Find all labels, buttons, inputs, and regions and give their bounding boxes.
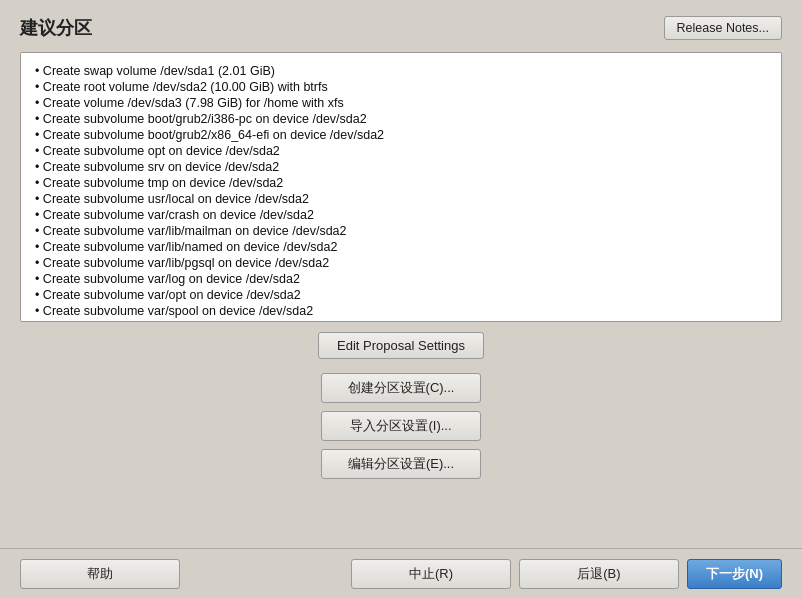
center-buttons: 创建分区设置(C)... 导入分区设置(I)... 编辑分区设置(E)...	[20, 373, 782, 479]
list-item: Create subvolume var/opt on device /dev/…	[35, 287, 767, 303]
bottom-bar: 帮助 中止(R) 后退(B) 下一步(N)	[0, 548, 802, 598]
proposal-box: Create swap volume /dev/sda1 (2.01 GiB)C…	[20, 52, 782, 322]
list-item: Create subvolume usr/local on device /de…	[35, 191, 767, 207]
help-button[interactable]: 帮助	[20, 559, 180, 589]
bottom-left: 帮助	[20, 559, 180, 589]
list-item: Create subvolume var/lib/mailman on devi…	[35, 223, 767, 239]
list-item: Create subvolume opt on device /dev/sda2	[35, 143, 767, 159]
list-item: Create subvolume var/lib/named on device…	[35, 239, 767, 255]
bottom-right: 中止(R) 后退(B) 下一步(N)	[351, 559, 782, 589]
back-button[interactable]: 后退(B)	[519, 559, 679, 589]
list-item: Create root volume /dev/sda2 (10.00 GiB)…	[35, 79, 767, 95]
list-item: Create subvolume var/lib/pgsql on device…	[35, 255, 767, 271]
list-item: Create subvolume boot/grub2/i386-pc on d…	[35, 111, 767, 127]
stop-button[interactable]: 中止(R)	[351, 559, 511, 589]
edit-proposal-button[interactable]: Edit Proposal Settings	[318, 332, 484, 359]
list-item: Create subvolume var/spool on device /de…	[35, 303, 767, 319]
list-item: Create swap volume /dev/sda1 (2.01 GiB)	[35, 63, 767, 79]
list-item: Create subvolume var/tmp on device /dev/…	[35, 319, 767, 322]
list-item: Create subvolume var/log on device /dev/…	[35, 271, 767, 287]
list-item: Create subvolume boot/grub2/x86_64-efi o…	[35, 127, 767, 143]
list-item: Create subvolume var/crash on device /de…	[35, 207, 767, 223]
main-container: 建议分区 Release Notes... Create swap volume…	[0, 0, 802, 598]
proposal-list: Create swap volume /dev/sda1 (2.01 GiB)C…	[35, 63, 767, 322]
edit-partition-button[interactable]: 编辑分区设置(E)...	[321, 449, 481, 479]
list-item: Create volume /dev/sda3 (7.98 GiB) for /…	[35, 95, 767, 111]
import-partition-button[interactable]: 导入分区设置(I)...	[321, 411, 481, 441]
next-button[interactable]: 下一步(N)	[687, 559, 782, 589]
action-buttons-row: Edit Proposal Settings	[20, 332, 782, 359]
release-notes-button[interactable]: Release Notes...	[664, 16, 782, 40]
create-partition-button[interactable]: 创建分区设置(C)...	[321, 373, 481, 403]
list-item: Create subvolume srv on device /dev/sda2	[35, 159, 767, 175]
list-item: Create subvolume tmp on device /dev/sda2	[35, 175, 767, 191]
